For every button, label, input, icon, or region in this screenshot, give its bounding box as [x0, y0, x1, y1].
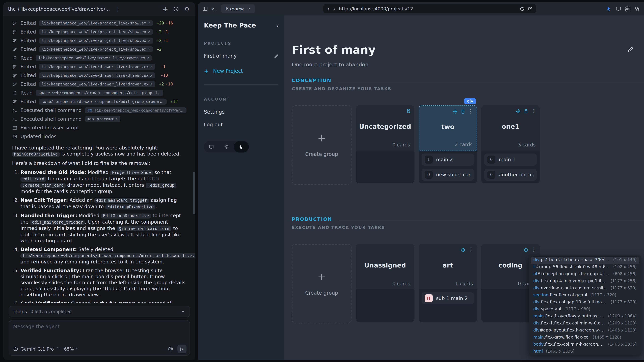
move-icon[interactable] [461, 248, 466, 252]
inspector-row[interactable]: body.flex.flex-col.min-h-screen.bg-gradi… [531, 342, 639, 349]
event-file-chip[interactable]: …web/components/drawer_components/edit_g… [39, 98, 167, 105]
inspector-row[interactable]: div#app-layout.flex.h-screen.w-full.over… [531, 328, 639, 335]
card-item[interactable]: 1main 2 [422, 153, 474, 166]
chat-scrollbar[interactable] [193, 172, 195, 215]
history-icon[interactable] [172, 5, 180, 13]
inspector-row[interactable]: div.space-y-4(1177 x 980) [531, 306, 639, 313]
event-file-chip[interactable]: lib/keepthepace_web/live/drawer_live/dra… [39, 81, 155, 87]
add-card-icon[interactable] [524, 109, 528, 113]
inspector-row[interactable]: ul#conception-groups.flex.gap-4.items-st… [531, 271, 639, 278]
event-file-chip[interactable]: lib/keepthepace_web/live/project_live/sh… [39, 29, 153, 35]
event-row[interactable]: Readlib/keepthepace_web/live/drawer_live… [12, 54, 186, 62]
group-card[interactable]: div⋮two2 cards1main 20new super card [418, 105, 477, 183]
terminal-icon[interactable]: >_ [212, 6, 217, 11]
create-group-card[interactable]: +Create group [292, 244, 352, 324]
move-icon[interactable] [453, 109, 458, 114]
event-row[interactable]: Editedlib/keepthepace_web/live/drawer_li… [12, 62, 186, 71]
send-button[interactable]: ▷ [178, 345, 186, 353]
event-row[interactable]: Executed shell commandrm lib/keepthepace… [12, 106, 186, 115]
kebab-menu-icon[interactable]: ⋮ [468, 247, 474, 252]
screenshot-icon[interactable] [625, 6, 630, 11]
inspector-row[interactable]: main.flex-1.overflow-y-auto.px-4.py-8(12… [531, 313, 639, 321]
card-item[interactable]: Hsub 1 main 2 [422, 292, 474, 304]
inspector-row[interactable]: div.overflow-x-auto.custom-scrollbar.tra… [531, 285, 639, 292]
event-file-chip[interactable]: lib/keepthepace_web/live/drawer_live/dra… [39, 64, 155, 70]
event-file-chip[interactable]: …pace_web/components/drawer_components/e… [36, 90, 164, 96]
monitor-icon[interactable] [616, 6, 621, 11]
context-usage[interactable]: 65% ^ [64, 346, 79, 352]
inspector-row[interactable]: div.flex.gap-4.min-w-max.px-1.items-star… [531, 278, 639, 285]
event-file-chip[interactable]: rm lib/keepthepace_web/components/drawer… [85, 107, 186, 113]
inspector-row[interactable]: html(1465 x 1336) [531, 349, 639, 355]
new-chat-button[interactable]: + [162, 5, 169, 13]
todos-bar[interactable]: Todos 0 left, 5 completed [9, 306, 190, 317]
edit-pencil-icon[interactable] [274, 54, 278, 58]
system-theme-icon[interactable] [204, 141, 219, 152]
kebab-menu-icon[interactable]: ⋮ [468, 109, 473, 114]
add-card-icon[interactable] [460, 109, 465, 114]
move-icon[interactable] [524, 248, 528, 252]
event-file-chip[interactable]: lib/keepthepace_web/live/project_live/sh… [39, 20, 153, 26]
add-card-icon[interactable] [406, 109, 411, 113]
sidebar-item-settings[interactable]: Settings [204, 109, 278, 115]
browser-url-bar[interactable]: ‹ › http://localhost:4000/projects/12 [323, 4, 536, 13]
preview-mode-button[interactable]: Preview [221, 4, 255, 13]
diagnostics-icon[interactable] [634, 6, 640, 11]
inspector-row[interactable]: div.flex.flex-col.gap-10.w-full.max-w-fu… [531, 299, 639, 306]
event-row[interactable]: Editedlib/keepthepace_web/live/project_l… [12, 45, 186, 54]
inspector-row[interactable]: li#group-56.flex-shrink-0.w-48.h-64.roun… [531, 264, 639, 271]
light-theme-icon[interactable] [219, 141, 234, 152]
inspector-row[interactable]: main.flex-grow.flex.flex-col(1465 x 1128… [531, 335, 639, 342]
event-file-chip[interactable]: lib/keepthepace_web/live/drawer_live/dra… [36, 55, 152, 61]
url-text[interactable]: http://localhost:4000/projects/12 [339, 6, 516, 11]
event-row[interactable]: Edited…web/components/drawer_components/… [12, 97, 186, 106]
event-file-chip[interactable]: mix precommit [85, 116, 120, 122]
kebab-menu-icon[interactable]: ⋮ [531, 247, 536, 252]
inspector-row[interactable]: div.p-4.border-b.border-base-300/50.bg-w… [531, 257, 639, 264]
group-card[interactable]: Unassigned0 cards [356, 244, 414, 322]
message-input[interactable]: Message the agent [13, 324, 186, 329]
edit-project-icon[interactable] [628, 46, 634, 52]
agent-tab-title[interactable]: the {lib/keepthepaceweb/live/drawerlive/… [8, 6, 112, 12]
back-icon[interactable]: ‹ [327, 6, 330, 11]
card-item[interactable]: 0another one card [484, 169, 537, 181]
group-card[interactable]: Uncategorized0 cards [356, 105, 414, 183]
sidebar-item-logout[interactable]: Log out [204, 122, 278, 128]
event-row[interactable]: Editedlib/keepthepace_web/live/drawer_li… [12, 80, 186, 88]
inspect-cursor-icon[interactable] [606, 6, 612, 11]
move-icon[interactable] [516, 109, 520, 113]
sidebar-collapse-icon[interactable]: ‹ [276, 22, 278, 29]
model-selector[interactable]: Gemini 3.1 Pro ^ [13, 346, 60, 352]
dark-theme-icon[interactable] [234, 141, 249, 152]
card-item[interactable]: 0new super card [422, 169, 474, 181]
gear-icon[interactable]: ⚙ [183, 5, 190, 13]
sidebar-item-project[interactable]: First of many [204, 53, 278, 59]
event-row[interactable]: Editedlib/keepthepace_web/live/project_l… [12, 36, 186, 45]
event-row[interactable]: Read…pace_web/components/drawer_componen… [12, 88, 186, 97]
inspector-row[interactable]: div.flex-1.flex.flex-col.min-w-0.overflo… [531, 321, 639, 328]
refresh-icon[interactable] [520, 6, 524, 11]
panel-toggle-icon[interactable] [202, 6, 208, 11]
event-file-chip[interactable]: lib/keepthepace_web/live/project_live/sh… [39, 46, 153, 52]
event-row[interactable]: Executed browser script [12, 123, 186, 132]
open-external-icon[interactable] [528, 6, 532, 11]
mention-button[interactable]: @ [168, 346, 173, 352]
chevron-up-icon[interactable] [181, 309, 185, 314]
card-item[interactable]: 0main 1 [484, 153, 537, 166]
event-row[interactable]: Executed shell commandmix precommit [12, 115, 186, 123]
event-file-chip[interactable]: lib/keepthepace_web/live/drawer_live/dra… [39, 72, 155, 78]
kebab-menu-icon[interactable]: ⋮ [531, 109, 536, 114]
event-row[interactable]: Editedlib/keepthepace_web/live/drawer_li… [12, 71, 186, 80]
event-row[interactable]: Editedlib/keepthepace_web/live/project_l… [12, 19, 186, 27]
new-project-button[interactable]: + New Project [204, 68, 278, 74]
inspector-row[interactable]: section.flex.flex-col.gap-4(1177 x 320) [531, 292, 639, 299]
event-row[interactable]: Editedlib/keepthepace_web/live/project_l… [12, 27, 186, 36]
group-card[interactable]: ⋮art1 cardsHsub 1 main 2 [418, 244, 477, 322]
event-row[interactable]: Updated Todos [12, 132, 186, 141]
event-file-chip[interactable]: lib/keepthepace_web/live/project_live/sh… [39, 37, 153, 43]
forward-icon[interactable]: › [333, 6, 336, 11]
create-group-card[interactable]: +Create group [292, 105, 352, 185]
tab-kebab-icon[interactable]: ⋮ [116, 6, 120, 11]
group-card[interactable]: ⋮one13 cards0main 10another one card [481, 105, 540, 183]
message-composer[interactable]: Message the agent Gemini 3.1 Pro ^ 65% ^… [9, 320, 190, 356]
